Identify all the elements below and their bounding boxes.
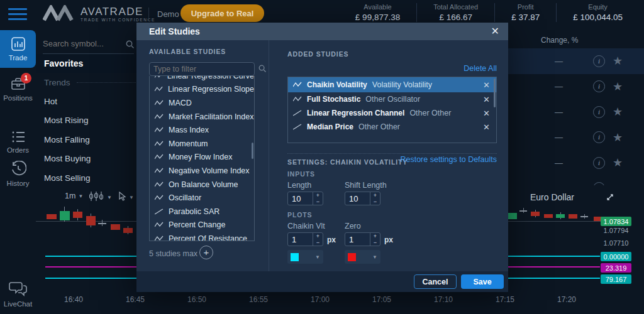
save-button[interactable]: Save [461,274,504,289]
added-study-row[interactable]: Linear Regression Channel Other Other ✕ [288,106,496,120]
menu-icon[interactable] [8,8,27,21]
increment-icon[interactable]: + [313,192,323,198]
chaikin-volatility-line [508,256,600,257]
symbol-search-input[interactable] [43,39,121,48]
chaikin-vlt-color-picker[interactable]: ▼ [287,250,323,264]
study-item[interactable]: Momentum [150,137,254,151]
watchlist-item-most-selling[interactable]: Most Selling [36,168,137,187]
modal-footer: Cancel Save [136,271,508,292]
study-item[interactable]: Oscillator [150,191,254,205]
delete-all-link[interactable]: Delete All [464,64,497,73]
added-study-row[interactable]: Chaikin Volatility Volatility Volatility… [288,77,496,92]
candlestick [519,210,527,212]
chaikin-volatility-line [45,256,137,257]
zero-color-picker[interactable]: ▼ [345,250,380,264]
sidebar-item-trade[interactable]: Trade [0,30,36,68]
info-icon[interactable]: i [593,157,605,169]
remove-study-icon[interactable]: ✕ [483,95,490,104]
shift-length-input[interactable] [345,192,370,205]
increment-icon[interactable]: + [370,233,380,239]
study-filter [149,62,255,76]
study-value-badge: 79.167 [601,274,631,284]
candlestick [47,214,57,219]
info-icon[interactable]: i [593,80,605,92]
length-input[interactable] [288,192,313,205]
remove-study-icon[interactable]: ✕ [483,109,490,118]
upgrade-to-real-button[interactable]: Upgrade to Real [180,4,264,22]
watchlist-item-most-falling[interactable]: Most Falling [36,130,137,149]
watchlist-item-hot[interactable]: Hot [36,92,137,111]
quote-row[interactable]: — i ★ [508,125,644,151]
increment-icon[interactable]: + [313,233,323,239]
increment-icon[interactable]: + [370,192,380,198]
favorite-star-icon[interactable]: ★ [613,131,623,144]
info-icon[interactable]: i [593,55,605,67]
brand-name: AVATRADE [80,6,155,18]
expand-chart-icon[interactable] [606,193,614,203]
timeframe-dropdown[interactable]: 1m▼ [65,192,83,200]
time-axis-label: 16:50 [183,295,211,304]
chevron-down-icon: ▼ [372,254,377,260]
quote-row[interactable] [508,176,644,186]
study-item[interactable]: Market Facilitation Index [150,110,254,124]
added-study-row[interactable]: Full Stochastic Other Oscillator ✕ [288,92,496,106]
decrement-icon[interactable]: − [313,239,323,246]
favorite-star-icon[interactable]: ★ [613,80,623,94]
quote-row[interactable]: — i ★ [508,99,644,125]
added-study-row[interactable]: Median Price Other Other ✕ [288,120,496,134]
study-item[interactable]: Mass Index [150,123,254,137]
input-label-shift-length: Shift Length [345,181,387,190]
study-item[interactable]: MACD [150,96,254,110]
study-item[interactable]: Money Flow Index [150,151,254,165]
added-studies-heading: ADDED STUDIES [287,50,497,58]
remove-study-icon[interactable]: ✕ [483,80,490,90]
study-item[interactable]: Negative Volume Index [150,164,254,178]
stat-profit: Profit £ 37.87 [494,3,556,22]
add-study-button[interactable]: + [199,246,213,259]
info-icon[interactable] [593,182,605,185]
restore-defaults-link[interactable]: Restore settings to Defaults [400,155,497,164]
favorite-star-icon[interactable]: ★ [613,54,623,68]
watchlist-item-most-rising[interactable]: Most Rising [36,111,137,129]
modal-title: Edit Studies [149,26,200,36]
zero-width-input[interactable] [345,233,370,246]
close-icon[interactable]: ✕ [491,25,499,37]
scrollbar-thumb[interactable] [494,78,496,107]
stat-total-allocated: Total Allocated £ 166.67 [416,3,494,22]
time-axis-label: 17:05 [368,295,396,304]
decrement-icon[interactable]: − [370,239,380,246]
chart-type-dropdown[interactable]: ▼ [89,192,112,203]
study-item[interactable]: Percent Of Resistance [150,232,254,241]
favorite-star-icon[interactable]: ★ [613,156,623,170]
available-studies-heading: AVAILABLE STUDIES [149,48,269,55]
study-item[interactable]: Percent Change [150,219,254,232]
favorite-star-icon[interactable]: ★ [613,105,623,119]
quote-row[interactable]: — i ★ [508,48,644,74]
watchlist-item-favorites[interactable]: Favorites [36,54,137,73]
livechat-button[interactable]: LiveChat [0,280,36,308]
study-item[interactable]: Linear Regression Slope [150,83,254,97]
study-item[interactable]: On Balance Volume [150,178,254,192]
decrement-icon[interactable]: − [370,198,380,205]
remove-study-icon[interactable]: ✕ [483,122,490,132]
decrement-icon[interactable]: − [313,198,323,205]
watchlist-item-trends[interactable]: Trends [36,73,137,92]
sidebar-item-history[interactable]: History [0,161,36,187]
study-item[interactable]: Parabolic SAR [150,205,254,219]
study-filter-input[interactable] [150,65,258,73]
chaikin-vlt-width-input[interactable] [288,233,313,246]
avatrade-logo-icon [43,5,75,23]
stat-equity: Equity £ 100,044.05 [556,3,639,22]
info-icon[interactable]: i [593,106,605,118]
quote-row[interactable]: — i ★ [508,74,644,100]
scrollbar-thumb[interactable] [252,143,253,159]
info-icon[interactable]: i [593,131,605,143]
watchlist-item-most-buying[interactable]: Most Buying [36,149,137,168]
cursor-tool-dropdown[interactable]: ▼ [118,192,134,203]
candlestick [98,223,106,224]
sidebar-item-orders[interactable]: Orders [0,130,36,154]
cancel-button[interactable]: Cancel [414,274,457,289]
brand-logo: AVATRADE TRADE WITH CONFIDENCE [43,5,155,23]
study-item[interactable]: Linear Regression Curve [150,76,254,83]
quote-row[interactable]: — i ★ [508,150,644,176]
